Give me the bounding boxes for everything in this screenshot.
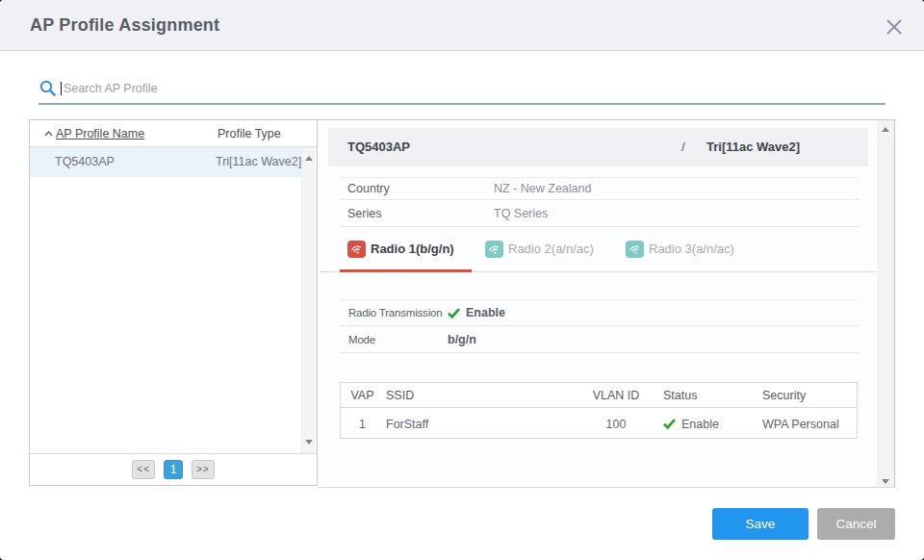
cancel-button[interactable]: Cancel: [817, 508, 895, 540]
security-cell: WPA Personal: [753, 409, 857, 439]
vap-table: VAP SSID VLAN ID Status Security 1 ForSt…: [340, 382, 858, 439]
scroll-down-icon[interactable]: [305, 440, 313, 445]
status-text: Enable: [681, 418, 719, 431]
details-title-bar: TQ5403AP / Tri[11ac Wave2]: [328, 128, 868, 166]
details-scrollbar[interactable]: [877, 120, 894, 487]
field-value: TQ Series: [494, 200, 548, 226]
profile-list-panel: AP Profile Name Profile Type TQ5403AP Tr…: [29, 119, 318, 486]
wifi-icon-teal: [626, 241, 644, 258]
profile-name-cell: TQ5403AP: [55, 147, 115, 177]
dialog-title: AP Profile Assignment: [30, 0, 219, 51]
check-icon: [448, 308, 460, 318]
tab-label: Radio 2(a/n/ac): [508, 241, 594, 258]
pagination-page-1-button[interactable]: 1: [164, 460, 183, 479]
vap-table-row: 1 ForStaff 100 Enable WPA Personal: [341, 409, 857, 439]
field-label: Series: [347, 200, 381, 226]
column-header-ssid: SSID: [386, 383, 583, 407]
pagination-prev-button[interactable]: <<: [132, 460, 155, 479]
pagination-next-button[interactable]: >>: [192, 460, 215, 479]
column-header-profile-type[interactable]: Profile Type: [218, 120, 281, 147]
field-row-country: Country NZ - New Zealand: [340, 178, 859, 200]
field-label: Mode: [348, 326, 375, 352]
field-label: Country: [347, 178, 390, 199]
radio-tabs: Radio 1(b/g/n) Radio 2(a/n/ac): [340, 241, 875, 272]
field-value: b/g/n: [448, 326, 476, 352]
field-value: NZ - New Zealand: [494, 178, 591, 199]
text-caret: [61, 82, 62, 95]
tab-radio-3[interactable]: Radio 3(a/n/ac): [626, 241, 734, 272]
search-icon: [38, 79, 58, 98]
tab-radio-1[interactable]: Radio 1(b/g/n): [347, 241, 454, 272]
details-profile-name: TQ5403AP: [347, 128, 410, 166]
check-icon: [663, 419, 676, 429]
search-underline: [38, 103, 886, 105]
field-row-series: Series TQ Series: [340, 200, 859, 227]
profile-details-panel: TQ5403AP / Tri[11ac Wave2] Country NZ - …: [318, 119, 895, 488]
tab-label: Radio 1(b/g/n): [371, 241, 454, 258]
profile-list-header: AP Profile Name Profile Type: [30, 120, 317, 147]
sort-ascending-icon[interactable]: [44, 131, 53, 137]
scroll-down-icon[interactable]: [882, 479, 889, 484]
ap-profile-assignment-dialog: AP Profile Assignment Search AP Profile …: [0, 0, 924, 560]
close-icon[interactable]: [885, 17, 904, 37]
scroll-up-icon[interactable]: [882, 127, 889, 132]
scroll-up-icon[interactable]: [305, 156, 313, 161]
profile-type-cell: Tri[11ac Wave2]: [216, 147, 301, 177]
column-header-status: Status: [654, 383, 753, 407]
profile-list-row[interactable]: TQ5403AP Tri[11ac Wave2]: [30, 147, 301, 177]
save-button[interactable]: Save: [712, 508, 808, 540]
active-tab-underline: [340, 269, 472, 272]
field-value-text: b/g/n: [448, 333, 476, 346]
search-input[interactable]: Search AP Profile: [64, 82, 641, 95]
vap-cell: 1: [341, 409, 384, 439]
list-scrollbar[interactable]: [301, 147, 317, 453]
field-row-mode: Mode b/g/n: [340, 326, 859, 353]
pagination: << 1 >>: [30, 453, 317, 485]
details-profile-type: Tri[11ac Wave2]: [706, 128, 800, 166]
dialog-header: AP Profile Assignment: [0, 0, 924, 51]
column-header-security: Security: [753, 383, 857, 407]
column-header-vap: VAP: [341, 383, 384, 407]
vap-table-header: VAP SSID VLAN ID Status Security: [341, 383, 857, 408]
tab-radio-2[interactable]: Radio 2(a/n/ac): [485, 241, 594, 272]
vlan-id-cell: 100: [588, 409, 644, 439]
field-label: Radio Transmission: [348, 300, 442, 325]
ssid-cell: ForStaff: [386, 409, 583, 439]
tab-label: Radio 3(a/n/ac): [649, 241, 734, 258]
status-cell: Enable: [654, 409, 753, 439]
wifi-icon-red: [347, 241, 366, 258]
field-value: Enable: [448, 300, 505, 325]
wifi-icon-teal: [485, 241, 503, 258]
details-title-separator: /: [681, 128, 685, 166]
column-header-ap-profile-name[interactable]: AP Profile Name: [56, 120, 144, 147]
column-header-vlan-id: VLAN ID: [588, 383, 644, 407]
field-row-radio-transmission: Radio Transmission Enable: [340, 300, 859, 326]
field-value-text: Enable: [466, 306, 505, 319]
